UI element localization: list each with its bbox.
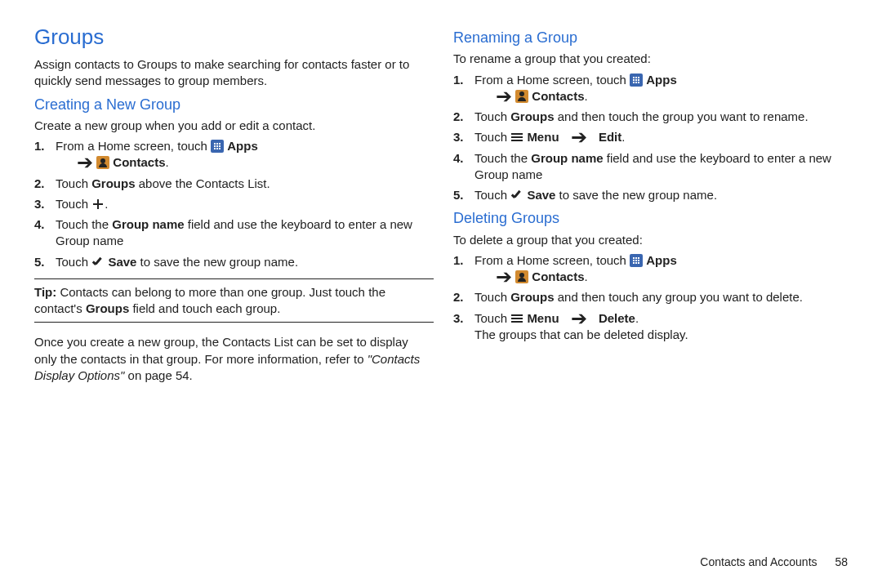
step2-text-b: above the Contacts List. <box>136 176 270 190</box>
r5-text-a: Touch <box>474 188 510 202</box>
r2-groups-word: Groups <box>510 109 554 123</box>
creating-step-5: 5. Touch Save to save the new group name… <box>56 254 434 270</box>
step3-text: Touch <box>56 197 91 211</box>
after-tip-1: Once you create a new group, the Contact… <box>34 335 408 365</box>
creating-intro: Create a new group when you add or edit … <box>34 118 434 134</box>
intro-text: Assign contacts to Groups to make search… <box>34 56 434 90</box>
check-icon <box>510 189 523 202</box>
apps-icon <box>211 140 224 153</box>
renaming-step-1: 1. From a Home screen, touch Apps ➔ Cont… <box>474 72 853 105</box>
footer-chapter: Contacts and Accounts <box>700 555 817 568</box>
r2-text-b: and then touch the group you want to ren… <box>555 109 808 123</box>
step5-text-b: to save the new group name. <box>136 255 298 269</box>
contacts-label: Contacts <box>113 155 165 169</box>
save-label: Save <box>108 255 136 269</box>
renaming-step-2: 2. Touch Groups and then touch the group… <box>474 109 853 125</box>
d2-text-b: and then touch any group you want to del… <box>555 290 803 304</box>
r2-text-a: Touch <box>474 109 510 123</box>
apps-icon <box>630 74 643 87</box>
step4-text-a: Touch the <box>56 217 112 231</box>
after-tip-paragraph: Once you create a new group, the Contact… <box>34 334 434 384</box>
creating-step-4: 4. Touch the Group name field and use th… <box>56 216 434 250</box>
contacts-line-d: ➔ Contacts. <box>496 270 588 283</box>
deleting-step-1: 1. From a Home screen, touch Apps ➔ Cont… <box>474 252 853 286</box>
heading-groups: Groups <box>34 23 434 51</box>
heading-renaming: Renaming a Group <box>453 28 853 47</box>
page-columns: Groups Assign contacts to Groups to make… <box>34 23 853 388</box>
r4-groupname: Group name <box>531 151 603 165</box>
check-icon <box>91 256 105 269</box>
contacts-icon <box>515 270 528 283</box>
apps-icon <box>630 254 643 267</box>
menu-icon <box>510 131 523 143</box>
plus-icon <box>91 198 105 211</box>
r4-text-a: Touch the <box>474 151 531 165</box>
renaming-intro: To rename a group that you created: <box>453 51 853 67</box>
heading-deleting: Deleting Groups <box>453 208 853 228</box>
menu-icon <box>510 313 523 324</box>
r5-save: Save <box>527 188 555 202</box>
groups-word: Groups <box>91 176 135 190</box>
edit-label: Edit <box>599 130 621 144</box>
tip-text-2: field and touch each group. <box>129 301 280 315</box>
apps-label-r: Apps <box>646 73 677 87</box>
d3-text-a: Touch <box>474 311 510 325</box>
apps-label: Apps <box>227 139 258 153</box>
d2-groups-word: Groups <box>510 290 554 304</box>
contacts-line: ➔ Contacts. <box>77 155 169 169</box>
creating-step-3: 3. Touch . <box>56 196 434 212</box>
creating-steps: 1. From a Home screen, touch Apps ➔ Cont… <box>34 138 434 270</box>
tip-box: Tip: Contacts can belong to more than on… <box>34 278 434 323</box>
delete-label: Delete <box>599 311 635 325</box>
creating-step-2: 2. Touch Groups above the Contacts List. <box>56 176 434 192</box>
tip-label: Tip: <box>34 285 56 299</box>
step2-text-a: Touch <box>56 176 91 190</box>
deleting-steps: 1. From a Home screen, touch Apps ➔ Cont… <box>453 252 853 343</box>
after-tip-2: on page 54. <box>124 368 192 382</box>
deleting-step-3: 3. Touch Menu ➔ Delete. The groups that … <box>474 310 853 344</box>
footer-page-number: 58 <box>835 555 848 568</box>
renaming-step-3: 3. Touch Menu ➔ Edit. <box>474 129 853 145</box>
deleting-step-2: 2. Touch Groups and then touch any group… <box>474 289 853 305</box>
renaming-steps: 1. From a Home screen, touch Apps ➔ Cont… <box>453 72 853 204</box>
contacts-line-r: ➔ Contacts. <box>496 89 588 103</box>
d2-text-a: Touch <box>474 290 510 304</box>
right-column: Renaming a Group To rename a group that … <box>453 23 853 388</box>
menu-label-d: Menu <box>527 311 559 325</box>
r5-text-b: to save the new group name. <box>555 188 717 202</box>
left-column: Groups Assign contacts to Groups to make… <box>34 23 434 388</box>
apps-label-d: Apps <box>646 253 677 267</box>
contacts-label-r: Contacts <box>532 89 584 103</box>
deleting-intro: To delete a group that you created: <box>453 232 853 248</box>
r3-text-a: Touch <box>474 130 510 144</box>
menu-label: Menu <box>527 130 559 144</box>
renaming-step-5: 5. Touch Save to save the new group name… <box>474 187 853 203</box>
heading-creating: Creating a New Group <box>34 95 434 114</box>
contacts-icon <box>515 90 528 103</box>
page-footer: Contacts and Accounts 58 <box>700 555 848 570</box>
group-name-field-label: Group name <box>112 217 184 231</box>
renaming-step-4: 4. Touch the Group name field and use th… <box>474 150 853 184</box>
d3-text-b: The groups that can be deleted display. <box>474 327 688 341</box>
tip-groups-word: Groups <box>86 301 129 315</box>
contacts-label-d: Contacts <box>532 270 584 283</box>
step5-text-a: Touch <box>56 255 91 269</box>
creating-step-1: 1. From a Home screen, touch Apps ➔ Cont… <box>56 138 434 172</box>
contacts-icon <box>96 156 109 169</box>
